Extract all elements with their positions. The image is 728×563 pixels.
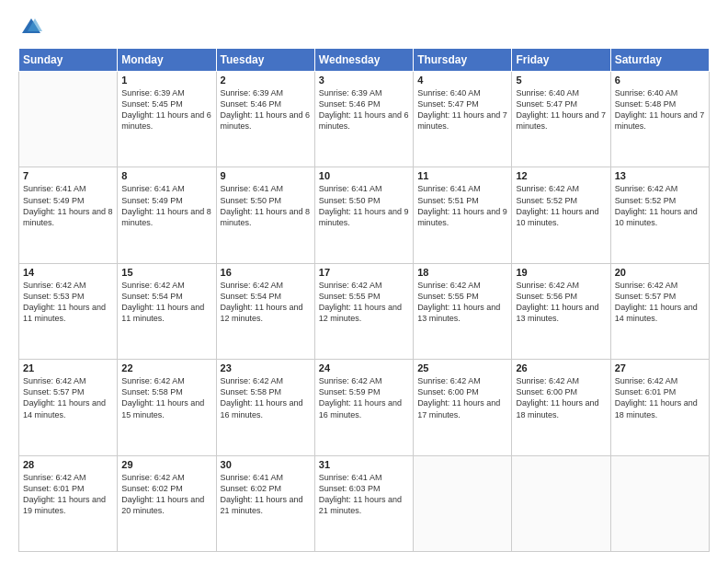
day-number: 4	[417, 75, 507, 86]
day-number: 26	[516, 362, 606, 373]
calendar-cell: 9Sunrise: 6:41 AMSunset: 5:50 PMDaylight…	[216, 167, 314, 263]
day-number: 18	[417, 267, 507, 278]
day-info: Sunrise: 6:42 AMSunset: 5:54 PMDaylight:…	[121, 280, 211, 325]
calendar-week-row: 21Sunrise: 6:42 AMSunset: 5:57 PMDayligh…	[19, 360, 710, 455]
calendar-cell: 23Sunrise: 6:42 AMSunset: 5:58 PMDayligh…	[216, 360, 314, 455]
day-info: Sunrise: 6:42 AMSunset: 5:56 PMDaylight:…	[516, 280, 606, 325]
calendar-cell: 3Sunrise: 6:39 AMSunset: 5:46 PMDaylight…	[314, 72, 413, 167]
calendar-week-row: 28Sunrise: 6:42 AMSunset: 6:01 PMDayligh…	[19, 455, 710, 551]
day-number: 7	[23, 170, 113, 181]
day-info: Sunrise: 6:42 AMSunset: 5:58 PMDaylight:…	[221, 375, 311, 420]
day-info: Sunrise: 6:42 AMSunset: 6:00 PMDaylight:…	[516, 375, 606, 420]
calendar-cell: 18Sunrise: 6:42 AMSunset: 5:55 PMDayligh…	[414, 263, 512, 359]
day-number: 14	[23, 267, 113, 278]
day-info: Sunrise: 6:42 AMSunset: 5:53 PMDaylight:…	[23, 280, 113, 325]
calendar-cell: 15Sunrise: 6:42 AMSunset: 5:54 PMDayligh…	[118, 263, 216, 359]
calendar-cell: 12Sunrise: 6:42 AMSunset: 5:52 PMDayligh…	[512, 167, 610, 263]
weekday-header-friday: Friday	[512, 49, 610, 72]
day-number: 22	[121, 362, 211, 373]
day-info: Sunrise: 6:40 AMSunset: 5:47 PMDaylight:…	[516, 87, 606, 132]
calendar-cell: 19Sunrise: 6:42 AMSunset: 5:56 PMDayligh…	[512, 263, 610, 359]
day-number: 19	[516, 267, 606, 278]
calendar-cell: 1Sunrise: 6:39 AMSunset: 5:45 PMDaylight…	[118, 72, 216, 167]
day-info: Sunrise: 6:41 AMSunset: 5:50 PMDaylight:…	[221, 183, 311, 228]
calendar-cell: 27Sunrise: 6:42 AMSunset: 6:01 PMDayligh…	[610, 360, 709, 455]
day-number: 16	[221, 267, 311, 278]
day-info: Sunrise: 6:39 AMSunset: 5:45 PMDaylight:…	[121, 87, 211, 132]
day-number: 9	[221, 170, 311, 181]
day-number: 31	[319, 459, 409, 470]
day-info: Sunrise: 6:41 AMSunset: 5:49 PMDaylight:…	[121, 183, 211, 228]
calendar-cell: 13Sunrise: 6:42 AMSunset: 5:52 PMDayligh…	[610, 167, 709, 263]
calendar-week-row: 7Sunrise: 6:41 AMSunset: 5:49 PMDaylight…	[19, 167, 710, 263]
day-number: 2	[221, 75, 311, 86]
calendar-cell: 28Sunrise: 6:42 AMSunset: 6:01 PMDayligh…	[19, 455, 118, 551]
calendar-cell: 31Sunrise: 6:41 AMSunset: 6:03 PMDayligh…	[314, 455, 413, 551]
day-info: Sunrise: 6:41 AMSunset: 6:02 PMDaylight:…	[221, 472, 311, 517]
weekday-header-thursday: Thursday	[414, 49, 512, 72]
header	[18, 15, 710, 40]
page: SundayMondayTuesdayWednesdayThursdayFrid…	[0, 0, 728, 563]
day-info: Sunrise: 6:42 AMSunset: 6:00 PMDaylight:…	[417, 375, 507, 420]
calendar-cell	[19, 72, 118, 167]
day-number: 23	[221, 362, 311, 373]
day-info: Sunrise: 6:40 AMSunset: 5:47 PMDaylight:…	[417, 87, 507, 132]
day-number: 28	[23, 459, 113, 470]
day-info: Sunrise: 6:42 AMSunset: 6:01 PMDaylight:…	[615, 375, 705, 420]
calendar-cell: 4Sunrise: 6:40 AMSunset: 5:47 PMDaylight…	[414, 72, 512, 167]
calendar-cell: 5Sunrise: 6:40 AMSunset: 5:47 PMDaylight…	[512, 72, 610, 167]
day-info: Sunrise: 6:42 AMSunset: 5:55 PMDaylight:…	[417, 280, 507, 325]
day-info: Sunrise: 6:41 AMSunset: 6:03 PMDaylight:…	[319, 472, 409, 517]
day-info: Sunrise: 6:42 AMSunset: 5:52 PMDaylight:…	[516, 183, 606, 228]
day-number: 6	[615, 75, 705, 86]
calendar-cell: 10Sunrise: 6:41 AMSunset: 5:50 PMDayligh…	[314, 167, 413, 263]
day-info: Sunrise: 6:42 AMSunset: 5:58 PMDaylight:…	[121, 375, 211, 420]
calendar-cell: 24Sunrise: 6:42 AMSunset: 5:59 PMDayligh…	[314, 360, 413, 455]
logo	[18, 15, 48, 40]
day-info: Sunrise: 6:42 AMSunset: 5:52 PMDaylight:…	[615, 183, 705, 228]
day-info: Sunrise: 6:42 AMSunset: 5:54 PMDaylight:…	[221, 280, 311, 325]
day-info: Sunrise: 6:39 AMSunset: 5:46 PMDaylight:…	[319, 87, 409, 132]
calendar-cell: 16Sunrise: 6:42 AMSunset: 5:54 PMDayligh…	[216, 263, 314, 359]
day-number: 20	[615, 267, 705, 278]
weekday-header-saturday: Saturday	[610, 49, 709, 72]
calendar-cell: 14Sunrise: 6:42 AMSunset: 5:53 PMDayligh…	[19, 263, 118, 359]
calendar-week-row: 1Sunrise: 6:39 AMSunset: 5:45 PMDaylight…	[19, 72, 710, 167]
day-number: 29	[121, 459, 211, 470]
day-info: Sunrise: 6:41 AMSunset: 5:49 PMDaylight:…	[23, 183, 113, 228]
weekday-header-tuesday: Tuesday	[216, 49, 314, 72]
day-number: 3	[319, 75, 409, 86]
day-info: Sunrise: 6:42 AMSunset: 5:55 PMDaylight:…	[319, 280, 409, 325]
day-number: 17	[319, 267, 409, 278]
calendar-cell: 20Sunrise: 6:42 AMSunset: 5:57 PMDayligh…	[610, 263, 709, 359]
day-number: 21	[23, 362, 113, 373]
day-number: 30	[221, 459, 311, 470]
weekday-header-monday: Monday	[118, 49, 216, 72]
day-info: Sunrise: 6:41 AMSunset: 5:51 PMDaylight:…	[417, 183, 507, 228]
day-info: Sunrise: 6:40 AMSunset: 5:48 PMDaylight:…	[615, 87, 705, 132]
logo-icon	[18, 15, 44, 40]
calendar-cell: 22Sunrise: 6:42 AMSunset: 5:58 PMDayligh…	[118, 360, 216, 455]
day-number: 8	[121, 170, 211, 181]
day-info: Sunrise: 6:42 AMSunset: 6:02 PMDaylight:…	[121, 472, 211, 517]
day-info: Sunrise: 6:42 AMSunset: 5:57 PMDaylight:…	[23, 375, 113, 420]
weekday-header-wednesday: Wednesday	[314, 49, 413, 72]
day-info: Sunrise: 6:39 AMSunset: 5:46 PMDaylight:…	[221, 87, 311, 132]
day-number: 5	[516, 75, 606, 86]
day-info: Sunrise: 6:42 AMSunset: 5:57 PMDaylight:…	[615, 280, 705, 325]
calendar-cell: 29Sunrise: 6:42 AMSunset: 6:02 PMDayligh…	[118, 455, 216, 551]
calendar-cell: 21Sunrise: 6:42 AMSunset: 5:57 PMDayligh…	[19, 360, 118, 455]
day-number: 12	[516, 170, 606, 181]
day-info: Sunrise: 6:42 AMSunset: 6:01 PMDaylight:…	[23, 472, 113, 517]
day-number: 24	[319, 362, 409, 373]
day-number: 27	[615, 362, 705, 373]
weekday-header-sunday: Sunday	[19, 49, 118, 72]
day-info: Sunrise: 6:41 AMSunset: 5:50 PMDaylight:…	[319, 183, 409, 228]
day-number: 1	[121, 75, 211, 86]
calendar-cell: 7Sunrise: 6:41 AMSunset: 5:49 PMDaylight…	[19, 167, 118, 263]
calendar-cell: 6Sunrise: 6:40 AMSunset: 5:48 PMDaylight…	[610, 72, 709, 167]
calendar-cell: 26Sunrise: 6:42 AMSunset: 6:00 PMDayligh…	[512, 360, 610, 455]
day-number: 15	[121, 267, 211, 278]
day-info: Sunrise: 6:42 AMSunset: 5:59 PMDaylight:…	[319, 375, 409, 420]
calendar-table: SundayMondayTuesdayWednesdayThursdayFrid…	[18, 48, 710, 552]
